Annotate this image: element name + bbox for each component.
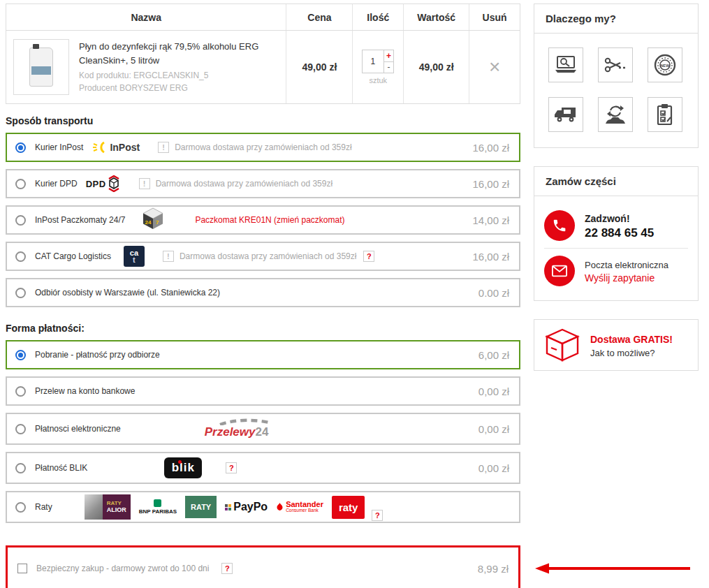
free-delivery-panel[interactable]: Dostawa GRATIS! Jak to możliwe? — [534, 319, 699, 371]
transport-option-kurier-dpd[interactable]: Kurier DPD DPD ! Darmowa dostawa przy za… — [6, 169, 520, 198]
phone-number: 22 884 65 45 — [585, 226, 654, 240]
svg-text:NEW: NEW — [661, 64, 670, 68]
free-shipping-note: Darmowa dostawa przy zamówieniach od 359… — [175, 142, 351, 152]
checklist-icon[interactable] — [648, 97, 682, 132]
envelope-icon — [544, 256, 575, 286]
inpost-logo-text: InPost — [110, 142, 140, 153]
package-icon — [544, 328, 580, 362]
transport-option-paczkomaty[interactable]: InPost Paczkomaty 24/7 24 7 Paczkomat KR… — [6, 205, 520, 235]
main-column: Nazwa Cena Ilość Wartość Usuń Płyn do de… — [6, 3, 520, 588]
svg-text:7: 7 — [156, 219, 159, 226]
paypo-logo: PayPo — [225, 501, 268, 513]
dpd-logo: DPD — [86, 175, 121, 192]
col-quantity: Ilość — [353, 4, 404, 30]
option-label: InPost Paczkomaty 24/7 — [35, 215, 125, 225]
quantity-unit-label: sztuk — [362, 76, 394, 84]
help-icon[interactable]: ? — [363, 251, 374, 262]
why-us-icons: NEW — [534, 34, 698, 147]
option-label: Kurier InPost — [35, 142, 83, 152]
option-price: 16,00 zł — [472, 251, 509, 263]
scissors-icon[interactable] — [598, 47, 633, 82]
car-exchange-icon[interactable] — [598, 97, 633, 132]
radio-pickup[interactable] — [15, 288, 26, 298]
option-price: 0,00 zł — [478, 423, 509, 435]
payment-option-pobranie[interactable]: Pobranie - płatność przy odbiorze 6,00 z… — [6, 340, 520, 369]
option-price: 0.00 zł — [478, 287, 509, 299]
radio-paczkomaty[interactable] — [15, 215, 26, 226]
option-label: CAT Cargo Logistics — [35, 251, 111, 261]
laptop-search-icon[interactable] — [548, 47, 583, 82]
santander-flame-icon — [276, 503, 284, 511]
quantity-input[interactable]: 1 — [363, 50, 383, 73]
help-icon[interactable]: ? — [226, 462, 237, 473]
order-parts-panel: Zamów części Zadzwoń! 22 884 65 45 — [534, 166, 699, 301]
bnp-paribas-logo: BNP PARIBAS — [139, 499, 177, 515]
payment-option-raty[interactable]: Raty RATY ALIOR BNP PARIBAS RATY PayPo — [6, 491, 520, 523]
cart-page: Nazwa Cena Ilość Wartość Usuń Płyn do de… — [0, 0, 709, 588]
paczkomat-change-link[interactable]: Paczkomat KRE01N (zmień paczkomat) — [195, 215, 344, 225]
radio-przelew[interactable] — [15, 386, 26, 397]
safe-purchase-option[interactable]: Bezpieczny zakup - darmowy zwrot do 100 … — [6, 545, 520, 588]
raty-green-logo: RATY — [185, 496, 217, 518]
quantity-widget: 1 + - sztuk — [362, 50, 394, 84]
cart-table: Nazwa Cena Ilość Wartość Usuń Płyn do de… — [6, 3, 520, 104]
quantity-decrease-button[interactable]: - — [384, 62, 394, 73]
safe-purchase-checkbox[interactable] — [17, 564, 27, 573]
help-icon[interactable]: ? — [221, 563, 233, 574]
payment-option-blik[interactable]: Płatność BLIK blik ? 0,00 zł — [6, 452, 520, 484]
option-price: 6,00 zł — [478, 349, 509, 361]
product-title[interactable]: Płyn do dezynfekcji rąk 79,5% alkoholu E… — [79, 40, 280, 67]
transport-option-pickup[interactable]: Odbiór osobisty w Warszawie (ul. Staniew… — [6, 278, 520, 307]
free-delivery-subtitle[interactable]: Jak to możliwe? — [590, 348, 673, 358]
col-price: Cena — [286, 4, 353, 30]
radio-pobranie[interactable] — [15, 350, 26, 360]
product-image[interactable] — [13, 39, 69, 95]
option-price: 14,00 zł — [472, 214, 509, 226]
remove-item-icon[interactable]: × — [489, 57, 500, 77]
option-label: Raty — [35, 502, 52, 512]
send-inquiry-link[interactable]: Wyślij zapytanie — [585, 272, 668, 284]
product-info: Płyn do dezynfekcji rąk 79,5% alkoholu E… — [79, 33, 286, 101]
option-price: 16,00 zł — [472, 178, 509, 190]
santander-logo: Santander Consumer Bank — [276, 501, 323, 513]
svg-text:24: 24 — [145, 219, 152, 226]
quantity-increase-button[interactable]: + — [384, 50, 394, 62]
przelewy24-logo: Przelewy24 — [205, 418, 269, 439]
installment-logos: RATY ALIOR BNP PARIBAS RATY PayPo — [85, 494, 365, 520]
help-icon[interactable]: ? — [372, 510, 383, 521]
dpd-cube-icon — [107, 175, 121, 192]
order-parts-title: Zamów części — [534, 167, 698, 196]
radio-kurier-dpd[interactable] — [15, 179, 26, 189]
transport-option-kurier-inpost[interactable]: Kurier InPost InPost ! Darmowa dostawa p… — [6, 133, 520, 162]
option-price: 8,99 zł — [478, 563, 509, 575]
payment-option-przelew[interactable]: Przelew na konto bankowe 0,00 zł — [6, 376, 520, 406]
phone-contact-row: Zadzwoń! 22 884 65 45 — [544, 203, 688, 248]
col-name: Nazwa — [6, 4, 286, 30]
option-label: Odbiór osobisty w Warszawie (ul. Staniew… — [35, 288, 220, 297]
bearing-new-icon[interactable]: NEW — [648, 47, 682, 82]
option-label: Przelew na konto bankowe — [35, 386, 135, 396]
radio-elektroniczne[interactable] — [15, 424, 26, 434]
product-value: 49,00 zł — [419, 61, 454, 73]
option-label: Płatnosci elektroniczne — [35, 424, 121, 434]
radio-kurier-inpost[interactable] — [15, 142, 26, 153]
product-price: 49,00 zł — [302, 61, 337, 73]
transport-option-cat-cargo[interactable]: CAT Cargo Logistics ca t ! Darmowa dosta… — [6, 242, 520, 271]
call-label: Zadzwoń! — [585, 212, 654, 226]
email-label: Poczta elektroniczna — [585, 258, 668, 272]
why-us-panel: Dlaczego my? — [534, 3, 699, 148]
delivery-van-icon[interactable] — [548, 97, 583, 132]
payment-option-elektroniczne[interactable]: Płatnosci elektroniczne Przelewy24 0,00 … — [6, 413, 520, 445]
inpost-sun-icon — [93, 140, 108, 154]
radio-cat-cargo[interactable] — [15, 251, 26, 262]
radio-blik[interactable] — [15, 463, 26, 473]
free-delivery-title: Dostawa GRATIS! — [590, 332, 673, 347]
option-price: 16,00 zł — [472, 142, 509, 154]
safe-purchase-label: Bezpieczny zakup - darmowy zwrot do 100 … — [36, 564, 209, 573]
phone-icon — [544, 210, 575, 241]
paczkomat-cube-icon: 24 7 — [140, 207, 166, 233]
product-producer: Producent BORYSZEW ERG — [79, 82, 280, 94]
radio-raty[interactable] — [15, 502, 26, 513]
option-price: 0,00 zł — [478, 385, 509, 397]
dpd-logo-text: DPD — [86, 179, 106, 189]
